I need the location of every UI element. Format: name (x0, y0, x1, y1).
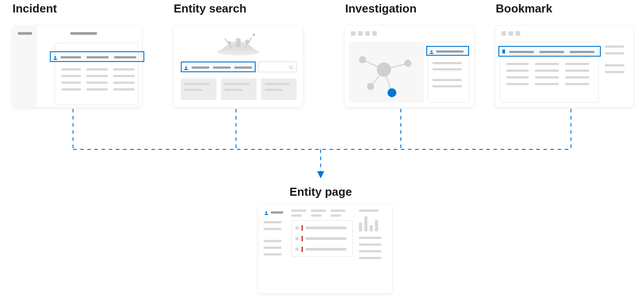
alerts-list (291, 220, 353, 257)
entity-page-card (258, 204, 392, 293)
entity-search-card (174, 26, 303, 107)
alert-row[interactable] (295, 225, 349, 231)
alert-row[interactable] (295, 247, 349, 252)
incident-label: Incident (12, 2, 57, 16)
bookmark-label: Bookmark (496, 2, 552, 16)
svg-point-16 (367, 83, 374, 90)
incident-card (12, 26, 142, 107)
investigation-entity-row[interactable] (426, 46, 469, 56)
svg-point-6 (253, 33, 255, 36)
svg-point-13 (377, 62, 391, 77)
svg-point-15 (404, 60, 412, 67)
entity-page-label: Entity page (289, 185, 352, 199)
search-input-box[interactable] (258, 62, 297, 72)
user-icon (53, 54, 58, 60)
alert-row[interactable] (295, 236, 349, 241)
user-icon (264, 210, 269, 215)
bookmark-entity-row[interactable] (498, 46, 601, 57)
entity-search-label: Entity search (174, 2, 246, 16)
investigation-card (345, 26, 474, 107)
bookmark-card (495, 26, 633, 107)
bar-chart-icon (359, 215, 387, 231)
window-controls (501, 31, 520, 36)
search-icon (289, 64, 294, 70)
svg-point-17 (387, 88, 396, 97)
svg-point-14 (359, 56, 366, 63)
window-controls (351, 31, 377, 36)
incident-entity-row[interactable] (50, 51, 144, 62)
user-icon (429, 49, 434, 54)
svg-line-8 (292, 69, 293, 70)
search-illustration (212, 29, 265, 56)
svg-rect-3 (236, 38, 240, 47)
svg-point-7 (289, 66, 292, 69)
entity-search-result[interactable] (181, 62, 256, 72)
bookmark-icon (501, 49, 506, 55)
investigation-graph[interactable] (349, 42, 424, 103)
investigation-label: Investigation (345, 2, 416, 16)
user-icon (183, 65, 189, 70)
